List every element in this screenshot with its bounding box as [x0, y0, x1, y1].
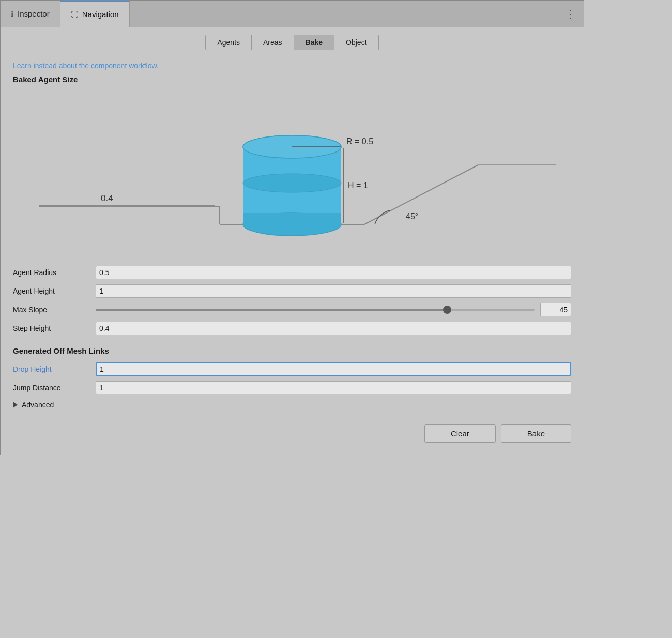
navigation-icon: ⛶ — [71, 10, 78, 19]
agent-height-row: Agent Height — [13, 283, 571, 299]
max-slope-label: Max Slope — [13, 306, 96, 314]
slider-fill — [96, 309, 447, 311]
tab-inspector-label: Inspector — [18, 9, 50, 18]
step-height-row: Step Height — [13, 321, 571, 336]
slider-thumb[interactable] — [443, 306, 451, 314]
tab-bar: ℹ Inspector ⛶ Navigation ⋮ — [1, 1, 584, 27]
jump-distance-row: Jump Distance — [13, 380, 571, 396]
sub-tab-agents[interactable]: Agents — [205, 35, 252, 50]
svg-line-3 — [364, 165, 478, 224]
diagram-svg: 0.4 R = 0.5 — [13, 90, 571, 255]
max-slope-slider-container — [96, 303, 571, 316]
max-slope-row: Max Slope — [13, 302, 571, 317]
sub-tab-object[interactable]: Object — [334, 35, 378, 50]
tab-navigation[interactable]: ⛶ Navigation — [60, 1, 130, 27]
drop-height-row: Drop Height — [13, 361, 571, 377]
svg-text:0.4: 0.4 — [101, 193, 113, 203]
tab-inspector[interactable]: ℹ Inspector — [1, 1, 60, 27]
learn-link[interactable]: Learn instead about the component workfl… — [13, 62, 571, 70]
advanced-row[interactable]: Advanced — [13, 401, 571, 409]
svg-point-10 — [243, 174, 341, 192]
jump-distance-input[interactable] — [96, 381, 571, 394]
more-menu-button[interactable]: ⋮ — [557, 1, 584, 27]
main-window: ℹ Inspector ⛶ Navigation ⋮ Agents Areas … — [0, 0, 584, 455]
sub-tab-bar: Agents Areas Bake Object — [1, 27, 584, 57]
tab-navigation-label: Navigation — [82, 10, 119, 19]
max-slope-value-input[interactable] — [540, 303, 571, 316]
max-slope-slider[interactable] — [96, 309, 535, 311]
inspector-icon: ℹ — [11, 10, 13, 18]
step-height-input[interactable] — [96, 322, 571, 335]
clear-button[interactable]: Clear — [424, 424, 496, 443]
bake-button[interactable]: Bake — [501, 424, 571, 443]
jump-distance-label: Jump Distance — [13, 384, 96, 392]
sub-tab-bake[interactable]: Bake — [294, 35, 334, 50]
svg-text:H = 1: H = 1 — [348, 181, 368, 190]
agent-height-input[interactable] — [96, 284, 571, 298]
agent-radius-input[interactable] — [96, 266, 571, 279]
off-mesh-title: Generated Off Mesh Links — [13, 346, 571, 355]
agent-radius-label: Agent Radius — [13, 268, 96, 277]
bottom-button-bar: Clear Bake — [13, 419, 571, 443]
agent-diagram: 0.4 R = 0.5 — [13, 90, 571, 255]
drop-height-input[interactable] — [96, 362, 571, 376]
svg-text:45°: 45° — [406, 212, 418, 221]
advanced-triangle-icon — [13, 402, 18, 408]
agent-radius-row: Agent Radius — [13, 265, 571, 280]
agent-height-label: Agent Height — [13, 287, 96, 295]
content-area: Learn instead about the component workfl… — [1, 57, 584, 455]
baked-agent-size-title: Baked Agent Size — [13, 75, 571, 84]
step-height-label: Step Height — [13, 324, 96, 332]
svg-text:R = 0.5: R = 0.5 — [346, 137, 373, 146]
sub-tab-areas[interactable]: Areas — [252, 35, 294, 50]
drop-height-label: Drop Height — [13, 365, 96, 373]
advanced-label: Advanced — [22, 401, 54, 409]
svg-rect-12 — [243, 213, 341, 225]
